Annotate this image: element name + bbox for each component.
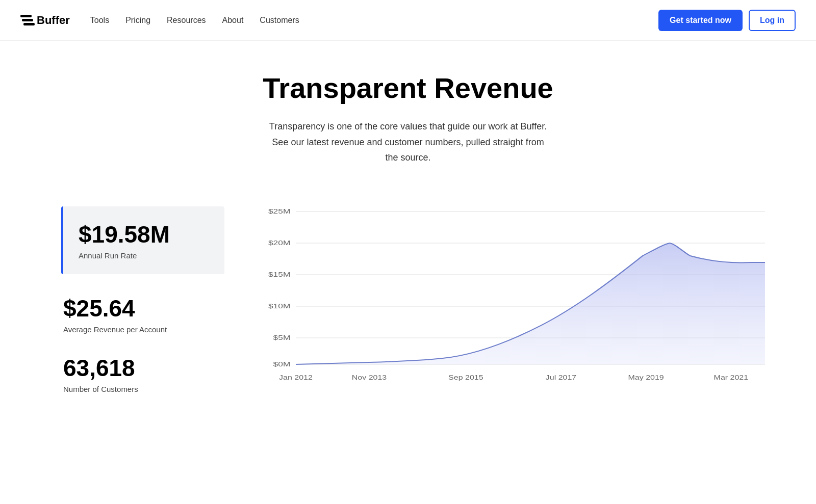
navbar-right: Get started now Log in bbox=[658, 10, 796, 31]
svg-text:Nov 2013: Nov 2013 bbox=[352, 374, 387, 381]
svg-text:Jan 2012: Jan 2012 bbox=[279, 374, 313, 381]
login-button[interactable]: Log in bbox=[749, 10, 796, 31]
nav-resources[interactable]: Resources bbox=[167, 16, 206, 25]
arpa-card: $25.64 Average Revenue per Account bbox=[61, 295, 224, 334]
revenue-chart-svg: $25M $20M $15M $10M $5M $0M Ja bbox=[255, 206, 765, 390]
revenue-chart-container: $25M $20M $15M $10M $5M $0M Ja bbox=[255, 206, 765, 390]
nav-tools[interactable]: Tools bbox=[90, 16, 109, 25]
nav-links: Tools Pricing Resources About Customers bbox=[90, 16, 299, 25]
svg-text:Jul 2017: Jul 2017 bbox=[546, 374, 577, 381]
customers-value: 63,618 bbox=[63, 354, 224, 382]
svg-text:May 2019: May 2019 bbox=[628, 374, 664, 381]
hero-section: Transparent Revenue Transparency is one … bbox=[0, 41, 816, 176]
logo[interactable]: Buffer bbox=[20, 14, 70, 27]
main-content: $19.58M Annual Run Rate $25.64 Average R… bbox=[0, 176, 816, 424]
svg-text:$25M: $25M bbox=[268, 207, 290, 215]
nav-about[interactable]: About bbox=[222, 16, 244, 25]
navbar: Buffer Tools Pricing Resources About Cus… bbox=[0, 0, 816, 41]
arpa-value: $25.64 bbox=[63, 295, 224, 322]
customers-card: 63,618 Number of Customers bbox=[61, 354, 224, 393]
buffer-logo-icon bbox=[20, 15, 32, 25]
svg-text:$15M: $15M bbox=[268, 271, 290, 278]
svg-text:$20M: $20M bbox=[268, 239, 290, 246]
navbar-left: Buffer Tools Pricing Resources About Cus… bbox=[20, 14, 299, 27]
hero-description: Transparency is one of the core values t… bbox=[268, 119, 548, 166]
nav-customers[interactable]: Customers bbox=[260, 16, 299, 25]
stats-panel: $19.58M Annual Run Rate $25.64 Average R… bbox=[61, 206, 224, 393]
arpa-label: Average Revenue per Account bbox=[63, 325, 224, 334]
svg-text:$5M: $5M bbox=[273, 334, 291, 341]
annual-run-rate-value: $19.58M bbox=[79, 221, 209, 248]
chart-wrapper: $25M $20M $15M $10M $5M $0M Ja bbox=[255, 206, 765, 390]
annual-run-rate-card: $19.58M Annual Run Rate bbox=[61, 206, 224, 274]
get-started-button[interactable]: Get started now bbox=[658, 10, 743, 31]
svg-text:Mar 2021: Mar 2021 bbox=[714, 374, 749, 381]
svg-text:$0M: $0M bbox=[273, 360, 291, 367]
annual-run-rate-label: Annual Run Rate bbox=[79, 251, 209, 260]
svg-text:$10M: $10M bbox=[268, 302, 290, 309]
page-title: Transparent Revenue bbox=[20, 71, 796, 104]
logo-text: Buffer bbox=[37, 14, 70, 27]
svg-text:Sep 2015: Sep 2015 bbox=[448, 374, 483, 381]
chart-area bbox=[296, 243, 765, 364]
customers-label: Number of Customers bbox=[63, 385, 224, 393]
nav-pricing[interactable]: Pricing bbox=[125, 16, 150, 25]
